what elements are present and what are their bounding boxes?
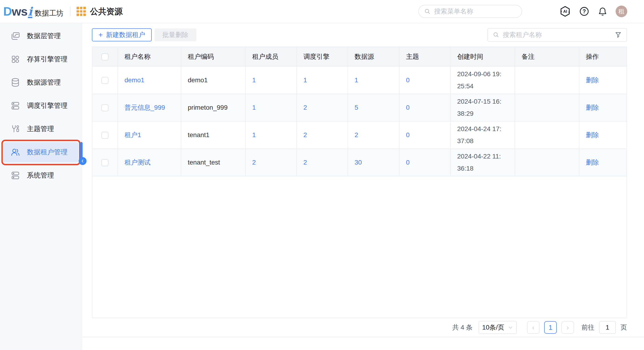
theme-count-link[interactable]: 0 bbox=[406, 159, 410, 166]
sidebar-item-label: 存算引擎管理 bbox=[27, 55, 68, 64]
col-created-time: 创建时间 bbox=[450, 47, 515, 66]
sidebar-collapse-toggle[interactable] bbox=[79, 157, 86, 165]
svg-text:?: ? bbox=[582, 8, 586, 14]
tenant-name-link[interactable]: demo1 bbox=[124, 76, 144, 84]
logo-letter-i: i bbox=[28, 6, 32, 18]
delete-link[interactable]: 删除 bbox=[586, 76, 599, 84]
sidebar-item-storage-engine[interactable]: 存算引擎管理 bbox=[3, 48, 78, 71]
sidebar-item-datasource[interactable]: 数据源管理 bbox=[3, 71, 78, 94]
apps-grid-icon[interactable] bbox=[76, 7, 86, 16]
tenant-code-cell: tenant1 bbox=[181, 121, 246, 149]
datasource-count-link[interactable]: 1 bbox=[354, 76, 358, 84]
col-actions: 操作 bbox=[579, 47, 626, 66]
sidebar-item-scheduler-engine[interactable]: 调度引擎管理 bbox=[3, 94, 78, 117]
col-scheduler: 调度引擎 bbox=[297, 47, 348, 66]
goto-label: 前往 bbox=[582, 323, 594, 332]
tenant-name-link[interactable]: 普元信息_999 bbox=[124, 104, 165, 111]
page-size-select[interactable]: 10条/页 bbox=[478, 321, 517, 334]
notification-bell-icon[interactable] bbox=[598, 6, 608, 16]
row-checkbox[interactable] bbox=[102, 77, 108, 84]
goto-page-input[interactable] bbox=[599, 321, 616, 334]
col-remark: 备注 bbox=[515, 47, 579, 66]
divider bbox=[70, 6, 70, 16]
members-count-link[interactable]: 2 bbox=[252, 159, 256, 166]
table-row: 租户测试 tenant_test 2 2 30 0 2024-04-22 11:… bbox=[92, 149, 626, 176]
members-count-link[interactable]: 1 bbox=[252, 131, 256, 139]
created-time-cell: 2024-09-06 19:25:54 bbox=[450, 66, 515, 94]
sidebar-item-label: 调度引擎管理 bbox=[27, 101, 68, 110]
created-time-cell: 2024-07-15 16:38:29 bbox=[450, 94, 515, 121]
search-icon bbox=[424, 8, 431, 15]
menu-search-input[interactable] bbox=[434, 8, 517, 15]
remark-cell bbox=[515, 66, 579, 94]
database-icon bbox=[10, 77, 20, 88]
server-icon bbox=[10, 101, 20, 111]
next-page-button[interactable]: › bbox=[562, 321, 574, 334]
theme-count-link[interactable]: 0 bbox=[406, 104, 410, 111]
sidebar-item-system[interactable]: 系统管理 bbox=[3, 164, 78, 187]
topbar-icon-group: AI ? 租 bbox=[559, 5, 627, 17]
members-count-link[interactable]: 1 bbox=[252, 76, 256, 84]
created-time-cell: 2024-04-22 11:36:18 bbox=[450, 149, 515, 176]
menu-search-box[interactable] bbox=[418, 5, 522, 18]
plus-icon: + bbox=[98, 31, 103, 39]
tenant-search-input[interactable] bbox=[503, 31, 614, 39]
create-tenant-button[interactable]: + 新建数据租户 bbox=[92, 28, 152, 41]
tenant-name-link[interactable]: 租户1 bbox=[124, 131, 141, 139]
logo-letter-d: D bbox=[3, 4, 12, 18]
help-icon[interactable]: ? bbox=[579, 6, 590, 17]
sidebar-item-data-tenant[interactable]: 数据租户管理 bbox=[3, 142, 78, 163]
tenant-code-cell: tenant_test bbox=[181, 149, 246, 176]
tenant-search-box[interactable] bbox=[488, 28, 627, 42]
select-all-checkbox[interactable] bbox=[102, 53, 108, 60]
sidebar-item-label: 数据层管理 bbox=[27, 31, 61, 41]
scheduler-count-link[interactable]: 2 bbox=[304, 104, 307, 111]
col-tenant-name: 租户名称 bbox=[118, 47, 181, 66]
toolbar: + 新建数据租户 批量删除 bbox=[92, 28, 627, 41]
tenant-name-link[interactable]: 租户测试 bbox=[124, 159, 150, 166]
col-theme: 主题 bbox=[399, 47, 450, 66]
users-icon bbox=[10, 147, 20, 157]
theme-count-link[interactable]: 0 bbox=[406, 76, 410, 84]
sidebar-item-label: 数据源管理 bbox=[27, 78, 61, 87]
current-page-button[interactable]: 1 bbox=[544, 321, 557, 334]
tenant-table: 租户名称 租户编码 租户成员 调度引擎 数据源 主题 创建时间 备注 操作 de… bbox=[92, 46, 627, 318]
scheduler-count-link[interactable]: 1 bbox=[304, 76, 307, 84]
product-name: 数据工坊 bbox=[35, 8, 64, 18]
user-avatar[interactable]: 租 bbox=[616, 5, 627, 17]
prev-page-button[interactable]: ‹ bbox=[527, 321, 540, 334]
remark-cell bbox=[515, 149, 579, 176]
created-time-cell: 2024-04-24 17:37:08 bbox=[450, 121, 515, 149]
col-members: 租户成员 bbox=[246, 47, 297, 66]
delete-link[interactable]: 删除 bbox=[586, 159, 599, 166]
remark-cell bbox=[515, 94, 579, 121]
sidebar-item-label: 系统管理 bbox=[27, 171, 54, 180]
chevron-down-icon bbox=[508, 325, 513, 330]
remark-cell bbox=[515, 121, 579, 149]
scheduler-count-link[interactable]: 2 bbox=[304, 131, 307, 139]
datasource-count-link[interactable]: 30 bbox=[354, 159, 362, 166]
batch-delete-button[interactable]: 批量删除 bbox=[154, 28, 196, 41]
sidebar-item-label: 主题管理 bbox=[27, 124, 54, 134]
table-header-row: 租户名称 租户编码 租户成员 调度引擎 数据源 主题 创建时间 备注 操作 bbox=[92, 47, 626, 66]
scheduler-count-link[interactable]: 2 bbox=[304, 159, 307, 166]
row-checkbox[interactable] bbox=[102, 159, 108, 166]
sidebar-item-theme[interactable]: 主题管理 bbox=[3, 117, 78, 141]
delete-link[interactable]: 删除 bbox=[586, 131, 599, 139]
col-tenant-code: 租户编码 bbox=[181, 47, 246, 66]
datasource-count-link[interactable]: 2 bbox=[354, 131, 358, 139]
datasource-count-link[interactable]: 5 bbox=[354, 104, 358, 111]
col-datasource: 数据源 bbox=[348, 47, 399, 66]
theme-count-link[interactable]: 0 bbox=[406, 131, 410, 139]
sidebar-item-data-layer[interactable]: 数据层管理 bbox=[3, 24, 78, 48]
members-count-link[interactable]: 1 bbox=[252, 104, 256, 111]
content-bottom-border bbox=[82, 337, 644, 337]
row-checkbox[interactable] bbox=[102, 132, 108, 139]
filter-funnel-icon[interactable] bbox=[614, 31, 622, 39]
server-icon bbox=[10, 170, 20, 180]
delete-link[interactable]: 删除 bbox=[586, 104, 599, 111]
page-title: 公共资源 bbox=[90, 6, 122, 17]
ai-assistant-icon[interactable]: AI bbox=[559, 5, 571, 17]
search-icon bbox=[492, 31, 500, 38]
row-checkbox[interactable] bbox=[102, 104, 108, 111]
